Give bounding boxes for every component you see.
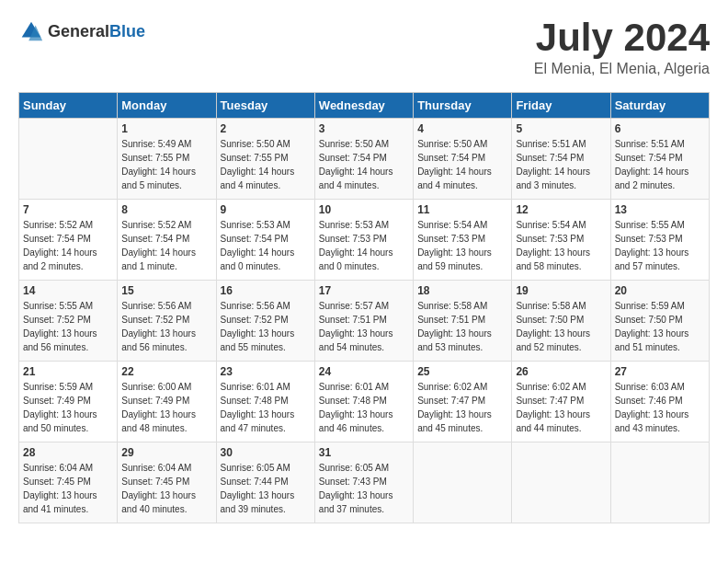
day-number: 22 (121, 365, 211, 378)
calendar-cell: 31Sunrise: 6:05 AM Sunset: 7:43 PM Dayli… (314, 442, 413, 523)
calendar-cell: 3Sunrise: 5:50 AM Sunset: 7:54 PM Daylig… (314, 119, 413, 200)
day-number: 19 (516, 284, 606, 297)
day-number: 28 (23, 446, 113, 459)
header: General Blue July 2024 El Menia, El Meni… (18, 18, 710, 77)
day-number: 26 (516, 365, 606, 378)
day-number: 5 (516, 122, 606, 135)
day-number: 18 (417, 284, 507, 297)
calendar-cell: 4Sunrise: 5:50 AM Sunset: 7:54 PM Daylig… (414, 119, 512, 200)
calendar-cell (414, 442, 512, 523)
calendar-cell: 5Sunrise: 5:51 AM Sunset: 7:54 PM Daylig… (512, 119, 610, 200)
day-number: 25 (417, 365, 507, 378)
day-info: Sunrise: 6:00 AM Sunset: 7:49 PM Dayligh… (121, 380, 211, 435)
day-number: 17 (319, 284, 409, 297)
calendar-cell: 12Sunrise: 5:54 AM Sunset: 7:53 PM Dayli… (512, 200, 610, 281)
calendar-cell: 16Sunrise: 5:56 AM Sunset: 7:52 PM Dayli… (216, 281, 314, 362)
day-info: Sunrise: 5:49 AM Sunset: 7:55 PM Dayligh… (121, 137, 211, 192)
day-info: Sunrise: 5:58 AM Sunset: 7:51 PM Dayligh… (417, 299, 507, 354)
calendar-cell: 18Sunrise: 5:58 AM Sunset: 7:51 PM Dayli… (414, 281, 512, 362)
calendar-cell (512, 442, 610, 523)
day-info: Sunrise: 6:01 AM Sunset: 7:48 PM Dayligh… (319, 380, 409, 435)
day-header-monday: Monday (118, 93, 216, 119)
calendar-cell (19, 119, 118, 200)
day-info: Sunrise: 6:05 AM Sunset: 7:43 PM Dayligh… (319, 461, 409, 516)
day-info: Sunrise: 6:03 AM Sunset: 7:46 PM Dayligh… (615, 380, 705, 435)
day-info: Sunrise: 5:56 AM Sunset: 7:52 PM Dayligh… (121, 299, 211, 354)
day-info: Sunrise: 5:53 AM Sunset: 7:54 PM Dayligh… (221, 218, 311, 273)
day-number: 8 (121, 203, 211, 216)
day-number: 20 (615, 284, 705, 297)
location-title: El Menia, El Menia, Algeria (534, 61, 710, 77)
month-title: July 2024 (534, 18, 710, 57)
day-number: 12 (516, 203, 606, 216)
day-number: 23 (221, 365, 311, 378)
day-info: Sunrise: 5:56 AM Sunset: 7:52 PM Dayligh… (221, 299, 311, 354)
day-number: 6 (615, 122, 705, 135)
calendar-cell: 23Sunrise: 6:01 AM Sunset: 7:48 PM Dayli… (216, 362, 314, 442)
day-number: 24 (319, 365, 409, 378)
day-info: Sunrise: 5:50 AM Sunset: 7:54 PM Dayligh… (417, 137, 507, 192)
day-header-row: SundayMondayTuesdayWednesdayThursdayFrid… (19, 93, 710, 119)
calendar-cell: 15Sunrise: 5:56 AM Sunset: 7:52 PM Dayli… (118, 281, 216, 362)
day-number: 9 (221, 203, 311, 216)
day-info: Sunrise: 6:04 AM Sunset: 7:45 PM Dayligh… (23, 461, 113, 516)
day-info: Sunrise: 5:59 AM Sunset: 7:49 PM Dayligh… (23, 380, 113, 435)
day-info: Sunrise: 6:02 AM Sunset: 7:47 PM Dayligh… (417, 380, 507, 435)
day-header-sunday: Sunday (19, 93, 118, 119)
day-number: 3 (319, 122, 409, 135)
week-row-4: 21Sunrise: 5:59 AM Sunset: 7:49 PM Dayli… (19, 362, 710, 442)
calendar-cell: 30Sunrise: 6:05 AM Sunset: 7:44 PM Dayli… (216, 442, 314, 523)
calendar-cell: 7Sunrise: 5:52 AM Sunset: 7:54 PM Daylig… (19, 200, 118, 281)
day-info: Sunrise: 5:59 AM Sunset: 7:50 PM Dayligh… (615, 299, 705, 354)
calendar-cell: 22Sunrise: 6:00 AM Sunset: 7:49 PM Dayli… (118, 362, 216, 442)
calendar-cell: 21Sunrise: 5:59 AM Sunset: 7:49 PM Dayli… (19, 362, 118, 442)
calendar-cell: 17Sunrise: 5:57 AM Sunset: 7:51 PM Dayli… (314, 281, 413, 362)
calendar-cell: 20Sunrise: 5:59 AM Sunset: 7:50 PM Dayli… (610, 281, 709, 362)
day-info: Sunrise: 5:54 AM Sunset: 7:53 PM Dayligh… (417, 218, 507, 273)
day-info: Sunrise: 5:54 AM Sunset: 7:53 PM Dayligh… (516, 218, 606, 273)
day-info: Sunrise: 5:51 AM Sunset: 7:54 PM Dayligh… (615, 137, 705, 192)
day-number: 7 (23, 203, 113, 216)
calendar-cell: 1Sunrise: 5:49 AM Sunset: 7:55 PM Daylig… (118, 119, 216, 200)
day-number: 2 (221, 122, 311, 135)
calendar-cell: 11Sunrise: 5:54 AM Sunset: 7:53 PM Dayli… (414, 200, 512, 281)
day-info: Sunrise: 6:05 AM Sunset: 7:44 PM Dayligh… (221, 461, 311, 516)
day-number: 13 (615, 203, 705, 216)
day-number: 11 (417, 203, 507, 216)
calendar-cell: 28Sunrise: 6:04 AM Sunset: 7:45 PM Dayli… (19, 442, 118, 523)
week-row-1: 1Sunrise: 5:49 AM Sunset: 7:55 PM Daylig… (19, 119, 710, 200)
calendar-cell: 13Sunrise: 5:55 AM Sunset: 7:53 PM Dayli… (610, 200, 709, 281)
day-header-friday: Friday (512, 93, 610, 119)
day-info: Sunrise: 5:57 AM Sunset: 7:51 PM Dayligh… (319, 299, 409, 354)
day-info: Sunrise: 5:51 AM Sunset: 7:54 PM Dayligh… (516, 137, 606, 192)
calendar-cell (610, 442, 709, 523)
day-header-tuesday: Tuesday (216, 93, 314, 119)
day-info: Sunrise: 6:04 AM Sunset: 7:45 PM Dayligh… (121, 461, 211, 516)
day-info: Sunrise: 5:53 AM Sunset: 7:53 PM Dayligh… (319, 218, 409, 273)
calendar-cell: 25Sunrise: 6:02 AM Sunset: 7:47 PM Dayli… (414, 362, 512, 442)
week-row-3: 14Sunrise: 5:55 AM Sunset: 7:52 PM Dayli… (19, 281, 710, 362)
calendar-cell: 26Sunrise: 6:02 AM Sunset: 7:47 PM Dayli… (512, 362, 610, 442)
day-number: 21 (23, 365, 113, 378)
calendar-cell: 14Sunrise: 5:55 AM Sunset: 7:52 PM Dayli… (19, 281, 118, 362)
day-info: Sunrise: 5:55 AM Sunset: 7:52 PM Dayligh… (23, 299, 113, 354)
calendar-cell: 10Sunrise: 5:53 AM Sunset: 7:53 PM Dayli… (314, 200, 413, 281)
logo-icon (18, 18, 44, 44)
day-number: 4 (417, 122, 507, 135)
logo: General Blue (18, 18, 145, 44)
calendar-cell: 6Sunrise: 5:51 AM Sunset: 7:54 PM Daylig… (610, 119, 709, 200)
day-number: 16 (221, 284, 311, 297)
week-row-5: 28Sunrise: 6:04 AM Sunset: 7:45 PM Dayli… (19, 442, 710, 523)
day-header-wednesday: Wednesday (314, 93, 413, 119)
calendar-cell: 19Sunrise: 5:58 AM Sunset: 7:50 PM Dayli… (512, 281, 610, 362)
calendar-cell: 2Sunrise: 5:50 AM Sunset: 7:55 PM Daylig… (216, 119, 314, 200)
day-info: Sunrise: 5:52 AM Sunset: 7:54 PM Dayligh… (23, 218, 113, 273)
day-info: Sunrise: 5:50 AM Sunset: 7:55 PM Dayligh… (221, 137, 311, 192)
calendar-cell: 29Sunrise: 6:04 AM Sunset: 7:45 PM Dayli… (118, 442, 216, 523)
day-info: Sunrise: 5:55 AM Sunset: 7:53 PM Dayligh… (615, 218, 705, 273)
day-number: 10 (319, 203, 409, 216)
day-info: Sunrise: 6:01 AM Sunset: 7:48 PM Dayligh… (221, 380, 311, 435)
day-header-saturday: Saturday (610, 93, 709, 119)
day-header-thursday: Thursday (414, 93, 512, 119)
logo-text-blue: Blue (109, 22, 145, 41)
